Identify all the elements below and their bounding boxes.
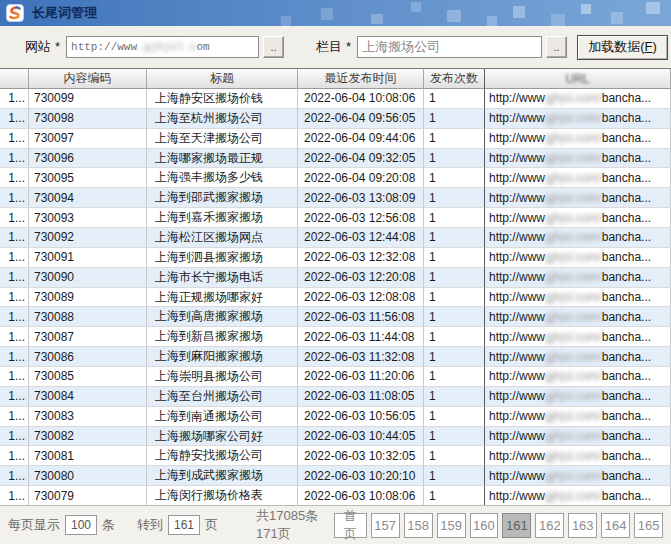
cell-count: 1 [424,427,485,447]
cell-url: http://wwwgjhjsl.com/bancha... [484,168,671,188]
table-row[interactable]: 1...730099上海静安区搬场价钱2022-06-04 10:08:061h… [0,89,671,109]
cell-url: http://wwwgjhjsl.com/bancha... [484,367,671,387]
cell-time: 2022-06-03 10:56:05 [298,407,424,427]
cell-code: 730083 [29,407,147,427]
grid-header-url[interactable]: URL [484,69,671,89]
cell-title: 上海到新昌搬家搬场 [147,327,298,347]
page-button[interactable]: 163 [568,513,597,538]
cell-count: 1 [424,228,485,248]
table-row[interactable]: 1...730094上海到邵武搬家搬场2022-06-03 13:08:091h… [0,188,671,208]
grid-header-title[interactable]: 标题 [147,69,298,89]
grid-header-row: 内容编码 标题 最近发布时间 发布次数 URL [0,69,671,89]
cell-rowmark: 1... [0,188,29,208]
page-button[interactable]: 162 [535,513,564,538]
cell-url: http://wwwgjhjsl.com/bancha... [484,248,671,268]
load-data-button[interactable]: 加载数据(F) [577,35,668,60]
table-row[interactable]: 1...730087上海到新昌搬家搬场2022-06-03 11:44:081h… [0,327,671,347]
app-window: 长尾词管理 网站* http://www.gjhjsl.com .. 栏目* 上… [0,0,671,544]
table-row[interactable]: 1...730096上海哪家搬场最正规2022-06-04 09:32:051h… [0,149,671,169]
cell-rowmark: 1... [0,109,29,129]
table-row[interactable]: 1...730093上海到嘉禾搬家搬场2022-06-03 12:56:081h… [0,208,671,228]
cell-code: 730096 [29,149,147,169]
cell-url: http://wwwgjhjsl.com/bancha... [484,228,671,248]
titlebar: 长尾词管理 [0,0,671,26]
table-row[interactable]: 1...730089上海正规搬场哪家好2022-06-03 12:08:081h… [0,288,671,308]
table-row[interactable]: 1...730095上海强丰搬场多少钱2022-06-04 09:20:081h… [0,168,671,188]
pagination: 首页 157158159160161162163164165 [334,513,663,538]
cell-title: 上海静安区搬场价钱 [147,89,298,109]
page-button[interactable]: 157 [371,513,400,538]
cell-code: 730082 [29,427,147,447]
site-browse-button[interactable]: .. [263,36,284,58]
grid-header-rowmark[interactable] [0,69,29,89]
page-button[interactable]: 160 [470,513,499,538]
cell-url: http://wwwgjhjsl.com/bancha... [484,149,671,169]
cell-title: 上海至台州搬场公司 [147,387,298,407]
cell-rowmark: 1... [0,367,29,387]
cell-title: 上海哪家搬场最正规 [147,149,298,169]
cell-rowmark: 1... [0,248,29,268]
per-page-label: 每页显示 [8,516,60,534]
cell-rowmark: 1... [0,327,29,347]
table-row[interactable]: 1...730083上海到南通搬场公司2022-06-03 10:56:051h… [0,407,671,427]
goto-label: 转到 [137,516,163,534]
grid-header-code[interactable]: 内容编码 [29,69,147,89]
table-row[interactable]: 1...730092上海松江区搬场网点2022-06-03 12:44:081h… [0,228,671,248]
first-page-button[interactable]: 首页 [334,513,367,538]
cell-code: 730093 [29,208,147,228]
cell-rowmark: 1... [0,149,29,169]
grid-header-time[interactable]: 最近发布时间 [298,69,424,89]
cell-code: 730080 [29,466,147,486]
page-button-active[interactable]: 161 [502,513,531,538]
table-row[interactable]: 1...730080上海到成武搬家搬场2022-06-03 10:20:101h… [0,466,671,486]
cell-time: 2022-06-04 09:20:08 [298,168,424,188]
cell-code: 730098 [29,109,147,129]
grid-header-count[interactable]: 发布次数 [424,69,485,89]
cell-title: 上海到成武搬家搬场 [147,466,298,486]
cell-url: http://wwwgjhjsl.com/bancha... [484,109,671,129]
table-row[interactable]: 1...730097上海至天津搬场公司2022-06-04 09:44:061h… [0,129,671,149]
cell-title: 上海到麻阳搬家搬场 [147,347,298,367]
table-row[interactable]: 1...730081上海静安找搬场公司2022-06-03 10:32:051h… [0,446,671,466]
column-input[interactable]: 上海搬场公司 [357,36,542,58]
table-row[interactable]: 1...730098上海至杭州搬场公司2022-06-04 09:56:051h… [0,109,671,129]
cell-count: 1 [424,288,485,308]
table-row[interactable]: 1...730086上海到麻阳搬家搬场2022-06-03 11:32:081h… [0,347,671,367]
goto-page-control: 转到 页 [137,515,218,535]
cell-code: 730079 [29,486,147,506]
cell-code: 730085 [29,367,147,387]
table-row[interactable]: 1...730082上海搬场哪家公司好2022-06-03 10:44:051h… [0,427,671,447]
cell-title: 上海搬场哪家公司好 [147,427,298,447]
goto-page-input[interactable] [168,515,200,535]
table-row[interactable]: 1...730088上海到高唐搬家搬场2022-06-03 11:56:081h… [0,307,671,327]
cell-time: 2022-06-03 12:44:08 [298,228,424,248]
table-row[interactable]: 1...730084上海至台州搬场公司2022-06-03 11:08:051h… [0,387,671,407]
cell-count: 1 [424,208,485,228]
cell-code: 730081 [29,446,147,466]
cell-time: 2022-06-03 10:20:10 [298,466,424,486]
site-input[interactable]: http://www.gjhjsl.com [66,36,259,58]
table-row[interactable]: 1...730090上海市长宁搬场电话2022-06-03 12:20:081h… [0,268,671,288]
cell-url: http://wwwgjhjsl.com/bancha... [484,347,671,367]
page-button[interactable]: 158 [404,513,433,538]
cell-url: http://wwwgjhjsl.com/bancha... [484,288,671,308]
table-row[interactable]: 1...730085上海崇明县搬场公司2022-06-03 11:20:061h… [0,367,671,387]
page-button[interactable]: 165 [634,513,663,538]
cell-rowmark: 1... [0,486,29,506]
table-row[interactable]: 1...730079上海闵行搬场价格表2022-06-03 10:08:061h… [0,486,671,506]
cell-title: 上海到邵武搬家搬场 [147,188,298,208]
per-page-unit: 条 [102,516,115,534]
cell-rowmark: 1... [0,288,29,308]
cell-count: 1 [424,466,485,486]
cell-code: 730089 [29,288,147,308]
page-button[interactable]: 159 [437,513,466,538]
cell-count: 1 [424,168,485,188]
table-row[interactable]: 1...730091上海到泗县搬家搬场2022-06-03 12:32:081h… [0,248,671,268]
cell-code: 730090 [29,268,147,288]
page-button[interactable]: 164 [601,513,630,538]
column-browse-button[interactable]: .. [546,36,567,58]
per-page-input[interactable] [65,515,97,535]
cell-time: 2022-06-03 13:08:09 [298,188,424,208]
goto-unit: 页 [205,516,218,534]
cell-time: 2022-06-04 09:56:05 [298,109,424,129]
